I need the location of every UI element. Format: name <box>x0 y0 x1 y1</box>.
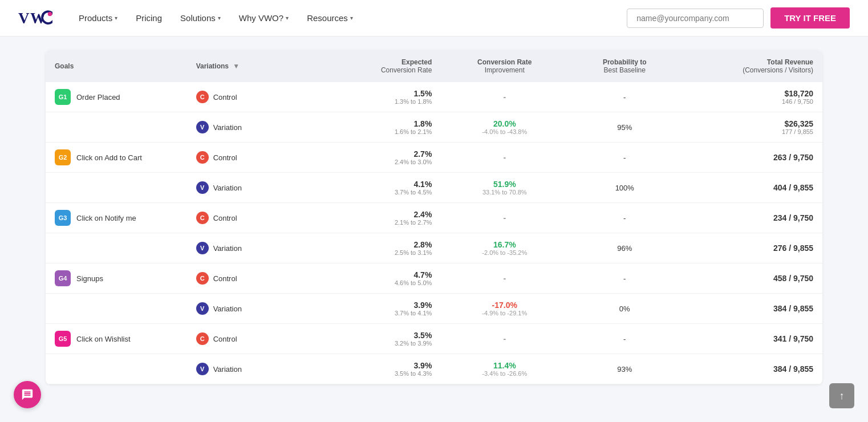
expected-conversion-cell: 1.8%1.6% to 2.1% <box>328 112 441 143</box>
variation-label: Control <box>213 153 237 162</box>
revenue-cell: 276 / 9,855 <box>681 233 822 263</box>
variation-label: Control <box>213 93 237 102</box>
nav-pricing[interactable]: Pricing <box>128 9 170 27</box>
expected-conversion-cell: 3.9%3.5% to 4.3% <box>328 354 441 384</box>
variation-label: Variation <box>213 123 242 132</box>
expected-conversion-cell: 3.9%3.7% to 4.1% <box>328 294 441 324</box>
goal-cell-g4 <box>46 294 187 324</box>
col-variations: Variations ▼ <box>187 50 328 82</box>
col-goals: Goals <box>46 50 187 82</box>
revenue-cell: 263 / 9,750 <box>681 143 822 173</box>
variation-icon: V <box>196 121 209 133</box>
table-row: G2 Click on Add to Cart C Control 2.7%2.… <box>46 143 822 173</box>
table-row: G5 Click on Wishlist C Control 3.5%3.2% … <box>46 324 822 354</box>
goal-cell-g2 <box>46 173 187 203</box>
table-row: V Variation 3.9%3.5% to 4.3%11.4%-3.4% t… <box>46 354 822 384</box>
goal-cell-g1 <box>46 112 187 143</box>
table-row: V Variation 4.1%3.7% to 4.5%51.9%33.1% t… <box>46 173 822 203</box>
revenue-cell: $26,325177 / 9,855 <box>681 112 822 143</box>
logo[interactable]: V W <box>18 8 52 29</box>
goal-cell-g4: G4 Signups <box>46 263 187 294</box>
goal-badge: G3 <box>55 210 71 226</box>
variation-icon: V <box>196 181 209 194</box>
variation-cell: V Variation <box>187 112 328 143</box>
conversion-improvement-cell: 16.7%-2.0% to -35.2% <box>441 233 568 263</box>
chevron-down-icon: ▾ <box>286 15 289 21</box>
probability-cell: 100% <box>568 173 681 203</box>
probability-cell: 93% <box>568 354 681 384</box>
variation-cell: V Variation <box>187 233 328 263</box>
probability-cell: 0% <box>568 294 681 324</box>
conversion-improvement-cell: 11.4%-3.4% to -26.6% <box>441 354 568 384</box>
goal-label: Click on Add to Cart <box>76 153 142 162</box>
revenue-cell: 384 / 9,855 <box>681 354 822 384</box>
revenue-cell: 234 / 9,750 <box>681 203 822 233</box>
revenue-cell: 458 / 9,750 <box>681 263 822 294</box>
table-row: V Variation 1.8%1.6% to 2.1%20.0%-4.0% t… <box>46 112 822 143</box>
conversion-improvement-cell: - <box>441 143 568 173</box>
variation-label: Variation <box>213 305 242 313</box>
variation-icon: C <box>196 272 209 285</box>
conversion-improvement-cell: - <box>441 263 568 294</box>
revenue-cell: 341 / 9,750 <box>681 324 822 354</box>
conversion-improvement-cell: 20.0%-4.0% to -43.8% <box>441 112 568 143</box>
revenue-cell: 384 / 9,855 <box>681 294 822 324</box>
goal-label: Click on Notify me <box>76 214 136 222</box>
probability-cell: - <box>568 82 681 112</box>
variation-cell: C Control <box>187 143 328 173</box>
variation-cell: C Control <box>187 203 328 233</box>
table-row: G1 Order Placed C Control 1.5%1.3% to 1.… <box>46 82 822 112</box>
variation-icon: C <box>196 212 209 224</box>
table-row: V Variation 3.9%3.7% to 4.1%-17.0%-4.9% … <box>46 294 822 324</box>
variation-icon: V <box>196 363 209 375</box>
col-total-revenue: Total Revenue (Conversions / Visitors) <box>681 50 822 82</box>
variation-icon: C <box>196 332 209 345</box>
variation-icon: C <box>196 91 209 103</box>
col-conversion-improvement: Conversion Rate Improvement <box>441 50 568 82</box>
expected-conversion-cell: 4.1%3.7% to 4.5% <box>328 173 441 203</box>
goal-cell-g3: G3 Click on Notify me <box>46 203 187 233</box>
conversion-improvement-cell: - <box>441 82 568 112</box>
probability-cell: - <box>568 203 681 233</box>
email-input[interactable] <box>627 9 764 28</box>
table-row: V Variation 2.8%2.5% to 3.1%16.7%-2.0% t… <box>46 233 822 263</box>
table-row: G4 Signups C Control 4.7%4.6% to 5.0%--4… <box>46 263 822 294</box>
nav-why-vwo[interactable]: Why VWO? ▾ <box>231 9 297 27</box>
results-table-wrapper: Goals Variations ▼ Expected Conversion R… <box>46 50 822 384</box>
header-right: TRY IT FREE <box>627 7 850 29</box>
variation-label: Variation <box>213 244 242 253</box>
chevron-down-icon: ▾ <box>350 15 353 21</box>
variation-label: Variation <box>213 365 242 374</box>
nav-resources[interactable]: Resources ▾ <box>299 9 361 27</box>
variation-cell: C Control <box>187 324 328 354</box>
scroll-to-top-button[interactable]: ↑ <box>829 383 854 398</box>
expected-conversion-cell: 2.8%2.5% to 3.1% <box>328 233 441 263</box>
conversion-improvement-cell: - <box>441 324 568 354</box>
col-expected-conversion: Expected Conversion Rate <box>328 50 441 82</box>
variation-label: Control <box>213 274 237 283</box>
goal-cell-g5 <box>46 354 187 384</box>
expected-conversion-cell: 4.7%4.6% to 5.0% <box>328 263 441 294</box>
expected-conversion-cell: 2.7%2.4% to 3.0% <box>328 143 441 173</box>
expected-conversion-cell: 1.5%1.3% to 1.8% <box>328 82 441 112</box>
variation-cell: V Variation <box>187 294 328 324</box>
chevron-down-icon: ▾ <box>115 15 117 21</box>
nav-products[interactable]: Products ▾ <box>71 9 125 27</box>
goal-badge: G4 <box>55 270 71 286</box>
variation-cell: V Variation <box>187 173 328 203</box>
table-header-row: Goals Variations ▼ Expected Conversion R… <box>46 50 822 82</box>
goal-label: Click on Wishlist <box>76 335 131 343</box>
variation-icon: V <box>196 242 209 254</box>
filter-icon[interactable]: ▼ <box>233 62 240 70</box>
expected-conversion-cell: 3.5%3.2% to 3.9% <box>328 324 441 354</box>
nav-solutions[interactable]: Solutions ▾ <box>172 9 229 27</box>
variation-label: Control <box>213 214 237 222</box>
header: V W Products ▾ Pricing Solutions ▾ Why V… <box>0 0 868 36</box>
svg-text:V: V <box>18 10 30 27</box>
expected-conversion-cell: 2.4%2.1% to 2.7% <box>328 203 441 233</box>
probability-cell: 95% <box>568 112 681 143</box>
probability-cell: - <box>568 324 681 354</box>
variation-label: Variation <box>213 184 242 192</box>
try-it-free-button[interactable]: TRY IT FREE <box>770 7 850 29</box>
goal-badge: G2 <box>55 149 71 165</box>
